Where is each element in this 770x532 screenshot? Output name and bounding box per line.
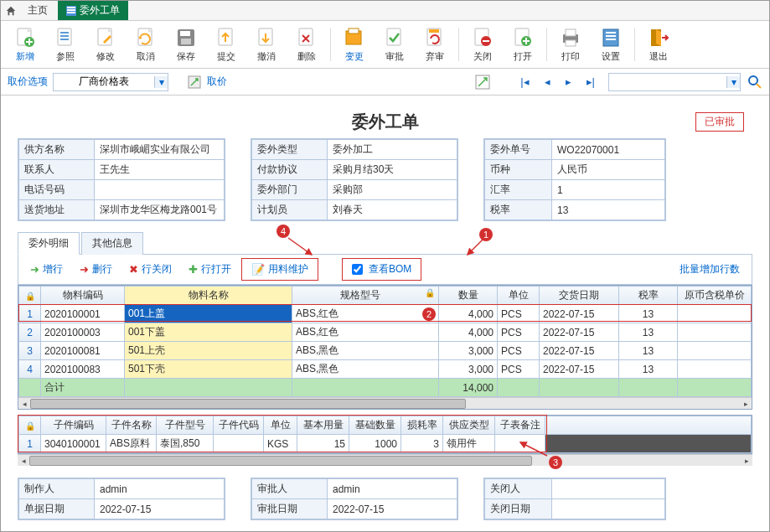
col-code[interactable]: 物料编码 [41,287,125,305]
nav-next-button[interactable]: ▸ [566,75,571,88]
home-icon[interactable] [4,4,18,18]
save-button[interactable]: 保存 [167,24,205,65]
ref-button[interactable]: 参照 [46,24,85,65]
search-icon[interactable] [747,75,762,90]
appr-date: 2022-07-15 [328,499,457,519]
batch-add-label[interactable]: 批量增加行数 [680,262,747,276]
tab-outsource-order[interactable]: 委外工单 [58,1,128,20]
open-row-button[interactable]: ✚行打开 [182,260,238,279]
table-row[interactable]: 13040100001ABS原料泰国,850KGS1510003领用件 [19,435,752,453]
svg-rect-3 [67,12,75,13]
lock-icon: 🔒 [425,288,435,297]
vendor-price-combo[interactable]: ▾ [53,73,168,91]
svg-point-38 [749,76,757,85]
supplier-name: 深圳市峨嵋实业有限公司 [95,140,225,160]
undo-icon [255,26,278,49]
col-price[interactable]: 原币含税单价 [678,287,752,305]
svg-rect-13 [180,31,190,36]
change-button[interactable]: 变更 [335,24,374,65]
close-row-button[interactable]: ✖行关闭 [122,260,178,279]
sub-col-itemcode[interactable]: 子件代码 [214,416,264,435]
sub-col-baseqty[interactable]: 基础数量 [349,416,401,435]
approver-panel: 审批人admin 审批日期2022-07-15 [251,478,458,520]
search-input[interactable] [609,74,726,90]
nav-first-button[interactable]: |◂ [520,75,529,88]
col-name[interactable]: 物料名称 [125,287,292,305]
col-tax[interactable]: 税率 [619,287,678,305]
exit-button[interactable]: 退出 [639,24,678,65]
modify-button[interactable]: 修改 [86,24,125,65]
add-row-button[interactable]: ➜增行 [23,260,70,279]
scroll-thumb[interactable] [30,399,466,409]
table-row[interactable]: 32020100081501上壳ABS,黑色3,000PCS2022-07-15… [19,342,752,360]
search-combo[interactable]: ▾ [608,73,741,91]
sub-col-remark[interactable]: 子表备注 [495,416,545,435]
scroll-right-icon[interactable]: ▸ [741,455,752,467]
sub-col-base[interactable]: 基本用量 [297,416,349,435]
del-row-button[interactable]: ➜删行 [73,260,119,279]
col-spec[interactable]: 规格型号 🔒 [292,287,439,305]
edit-icon: 📝 [251,263,265,276]
dropdown-icon[interactable]: ▾ [154,76,168,88]
tab-home[interactable]: 主页 [19,1,56,20]
sub-col-unit[interactable]: 单位 [264,416,297,435]
vendor-price-input[interactable] [54,74,154,90]
sub-col-code[interactable]: 子件编码 [41,416,106,435]
new-icon [13,26,37,49]
settings-button[interactable]: 设置 [592,24,630,65]
svg-rect-17 [299,28,313,45]
closer-panel: 关闭人 关闭日期 [483,478,666,520]
submit-button[interactable]: 提交 [207,24,245,65]
main-grid[interactable]: 🔒 物料编码 物料名称 规格型号 🔒 数量 单位 交货日期 税率 原币含税单价 … [18,285,752,410]
maker: admin [95,479,225,499]
close-date [552,499,665,519]
modify-icon [94,26,117,49]
close-button[interactable]: 关闭 [463,24,502,65]
tab-other-info[interactable]: 其他信息 [81,232,143,255]
reject-button[interactable]: 弃审 [416,24,454,65]
undo-button[interactable]: 撤消 [247,24,286,65]
fetch-price-label[interactable]: 取价 [207,75,227,89]
open-button[interactable]: 打开 [504,24,542,65]
nav-last-button[interactable]: ▸| [587,75,595,88]
col-unit[interactable]: 单位 [498,287,540,305]
new-button[interactable]: 新增 [6,24,44,65]
print-button[interactable]: 打印 [551,24,590,65]
sub-grid[interactable]: 🔒 子件编码 子件名称 子件型号 子件代码 单位 基本用量 基础数量 损耗率 供… [18,415,752,454]
scroll-left-icon[interactable]: ◂ [18,455,29,467]
fetch-price-icon[interactable] [187,75,202,90]
sub-col-model[interactable]: 子件型号 [157,416,214,435]
callout-3: 3 [549,456,562,469]
sub-h-scrollbar[interactable]: ◂ ▸ [18,454,752,466]
sub-col-name[interactable]: 子件名称 [106,416,157,435]
tab-home-label: 主页 [28,3,48,18]
cancel-button[interactable]: 取消 [127,24,165,65]
exit-icon [647,26,670,49]
delivery-addr: 深圳市龙华区梅龙路001号 [95,200,225,220]
link-icon[interactable] [475,75,490,90]
table-row[interactable]: 42020100083501下壳ABS,黑色3,000PCS2022-07-15… [19,360,752,379]
col-qty[interactable]: 数量 [439,287,498,305]
view-bom-checkbox[interactable] [352,264,363,275]
scroll-thumb[interactable] [29,456,532,466]
table-row[interactable]: 22020100003001下盖ABS,红色4,000PCS2022-07-15… [19,323,752,342]
svg-rect-9 [60,39,69,40]
col-deliv[interactable]: 交货日期 [540,287,619,305]
doc-panel: 委外单号WO22070001 币种人民币 汇率1 税率13 [483,138,666,221]
view-bom-button[interactable]: 查看BOM [345,260,418,279]
nav-prev-button[interactable]: ◂ [545,75,550,88]
scroll-left-icon[interactable]: ◂ [18,398,30,410]
order-no: WO22070001 [552,140,665,160]
tab-detail[interactable]: 委外明细 [18,232,80,255]
dropdown-icon[interactable]: ▾ [726,76,740,88]
sub-col-supply[interactable]: 供应类型 [443,416,495,435]
material-maint-button[interactable]: 📝用料维护 [245,260,315,279]
sub-col-loss[interactable]: 损耗率 [401,416,443,435]
status-badge: 已审批 [695,112,744,132]
table-row[interactable]: 12020100001001上盖ABS,红色4,000PCS2022-07-15… [19,305,752,323]
delete-button[interactable]: 删除 [287,24,326,65]
scroll-right-icon[interactable]: ▸ [740,398,752,410]
h-scrollbar[interactable]: ◂ ▸ [18,397,752,409]
svg-rect-1 [67,7,75,8]
approve-button[interactable]: 审批 [375,24,414,65]
